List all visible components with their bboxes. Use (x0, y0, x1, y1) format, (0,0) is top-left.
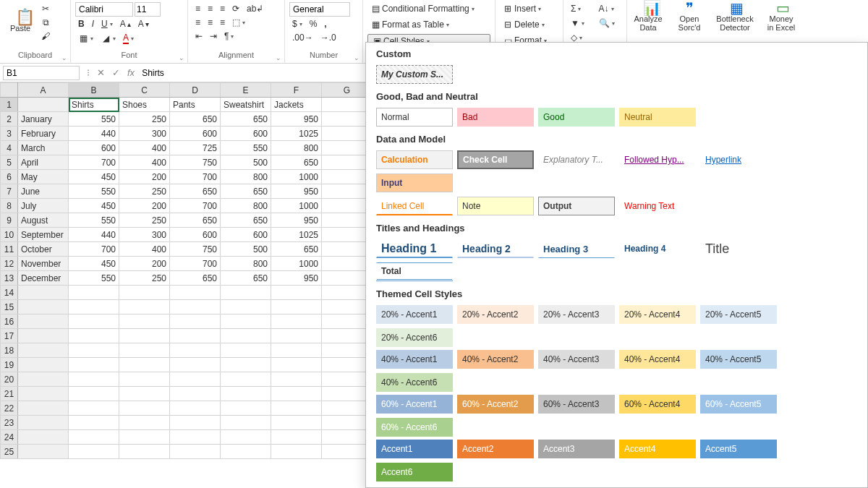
format-painter-button[interactable]: 🖌 (38, 30, 54, 43)
cell[interactable]: 650 (170, 213, 221, 228)
cell[interactable]: December (18, 271, 69, 286)
col-header[interactable]: B (69, 83, 119, 98)
cell[interactable] (18, 372, 69, 387)
wrap-text-button[interactable]: ab↲ (244, 2, 266, 15)
row-header[interactable]: 21 (1, 387, 18, 401)
align-bottom-button[interactable]: ≡ (217, 2, 228, 15)
format-as-table-button[interactable]: ▦Format as Table▾ (367, 18, 490, 31)
cell[interactable] (271, 445, 322, 459)
row-header[interactable]: 5 (1, 155, 18, 170)
cell[interactable] (69, 329, 119, 343)
col-header[interactable]: G (322, 83, 373, 98)
cell[interactable] (18, 416, 69, 430)
cell[interactable] (271, 430, 322, 445)
cell[interactable] (322, 127, 373, 141)
indent-button[interactable]: ⇥ (207, 30, 220, 43)
delete-cells-button[interactable]: ⊟Delete▾ (500, 18, 558, 31)
cell[interactable]: 950 (271, 213, 322, 228)
fill-button[interactable]: ▼▾ (568, 17, 595, 30)
row-header[interactable]: 24 (1, 430, 18, 445)
cell[interactable] (221, 387, 271, 401)
cell[interactable]: 650 (170, 112, 221, 127)
cell[interactable] (322, 170, 373, 184)
cell[interactable] (18, 286, 69, 300)
row-header[interactable]: 19 (1, 358, 18, 372)
cell[interactable] (69, 387, 119, 401)
style-accent2-20[interactable]: 20% - Accent2 (457, 305, 534, 324)
cell[interactable]: January (18, 112, 69, 127)
style-accent6-20[interactable]: 20% - Accent6 (376, 328, 453, 347)
cell[interactable]: March (18, 141, 69, 155)
increase-decimal-button[interactable]: .00→ (289, 31, 316, 44)
cell[interactable]: 700 (69, 242, 119, 257)
cell[interactable] (221, 430, 271, 445)
cell[interactable]: 700 (170, 199, 221, 213)
cell[interactable]: 450 (69, 199, 119, 213)
cell[interactable] (119, 329, 170, 343)
row-header[interactable]: 2 (1, 112, 18, 127)
cell[interactable]: 440 (69, 127, 119, 141)
cell[interactable]: 550 (69, 271, 119, 286)
cell[interactable]: May (18, 170, 69, 184)
style-normal[interactable]: Normal (376, 108, 453, 127)
cell[interactable] (170, 372, 221, 387)
sort-filter-button[interactable]: A↓▾ (596, 2, 623, 15)
cell[interactable] (170, 401, 221, 416)
cell[interactable]: 600 (170, 228, 221, 242)
cell[interactable] (322, 112, 373, 127)
cancel-entry-button[interactable]: ✕ (97, 67, 105, 78)
style-hyperlink[interactable]: Hyperlink (700, 150, 777, 169)
cell[interactable] (322, 271, 373, 286)
style-accent6-60[interactable]: 60% - Accent6 (376, 418, 453, 437)
cell[interactable]: 550 (221, 141, 271, 155)
cell[interactable]: 1025 (271, 127, 322, 141)
copy-button[interactable]: ⧉ (38, 16, 54, 29)
cell[interactable] (119, 372, 170, 387)
style-accent4-60[interactable]: 60% - Accent4 (619, 395, 696, 414)
cell[interactable] (322, 141, 373, 155)
style-heading-4[interactable]: Heading 4 (619, 239, 696, 258)
cell[interactable] (18, 329, 69, 343)
cell[interactable]: 250 (119, 184, 170, 199)
cell[interactable]: 1000 (271, 199, 322, 213)
cell[interactable] (170, 300, 221, 314)
style-accent3-20[interactable]: 20% - Accent3 (538, 305, 615, 324)
style-accent4-100[interactable]: Accent4 (619, 440, 696, 458)
cell[interactable]: October (18, 242, 69, 257)
cell[interactable]: 700 (170, 257, 221, 271)
style-accent2-60[interactable]: 60% - Accent2 (457, 395, 534, 414)
cell[interactable]: 1025 (271, 228, 322, 242)
cell[interactable] (18, 430, 69, 445)
cell[interactable] (18, 98, 69, 112)
find-select-button[interactable]: 🔍▾ (596, 17, 623, 30)
autosum-button[interactable]: Σ▾ (568, 2, 595, 15)
cell[interactable]: 450 (69, 257, 119, 271)
cell[interactable] (271, 300, 322, 314)
cell[interactable] (221, 329, 271, 343)
cell[interactable]: 450 (69, 170, 119, 184)
cell[interactable]: 550 (69, 112, 119, 127)
cell[interactable]: 650 (271, 155, 322, 170)
row-header[interactable]: 15 (1, 300, 18, 314)
cell[interactable] (322, 329, 373, 343)
cell[interactable] (18, 314, 69, 329)
cell[interactable] (119, 430, 170, 445)
cell[interactable] (69, 416, 119, 430)
cell[interactable] (69, 300, 119, 314)
cell[interactable]: 440 (69, 228, 119, 242)
row-header[interactable]: 3 (1, 127, 18, 141)
row-header[interactable]: 1 (1, 98, 18, 112)
row-header[interactable]: 20 (1, 372, 18, 387)
outdent-button[interactable]: ⇤ (192, 30, 205, 43)
align-right-button[interactable]: ≡ (217, 16, 228, 29)
style-accent5-40[interactable]: 40% - Accent5 (700, 350, 777, 369)
cell[interactable] (221, 401, 271, 416)
style-check-cell[interactable]: Check Cell (457, 150, 534, 169)
cell[interactable]: 800 (221, 170, 271, 184)
cell[interactable] (322, 155, 373, 170)
cell[interactable] (170, 343, 221, 358)
cell[interactable] (322, 184, 373, 199)
cell[interactable]: 800 (221, 199, 271, 213)
style-neutral[interactable]: Neutral (619, 108, 696, 127)
cut-button[interactable]: ✂ (38, 2, 54, 15)
